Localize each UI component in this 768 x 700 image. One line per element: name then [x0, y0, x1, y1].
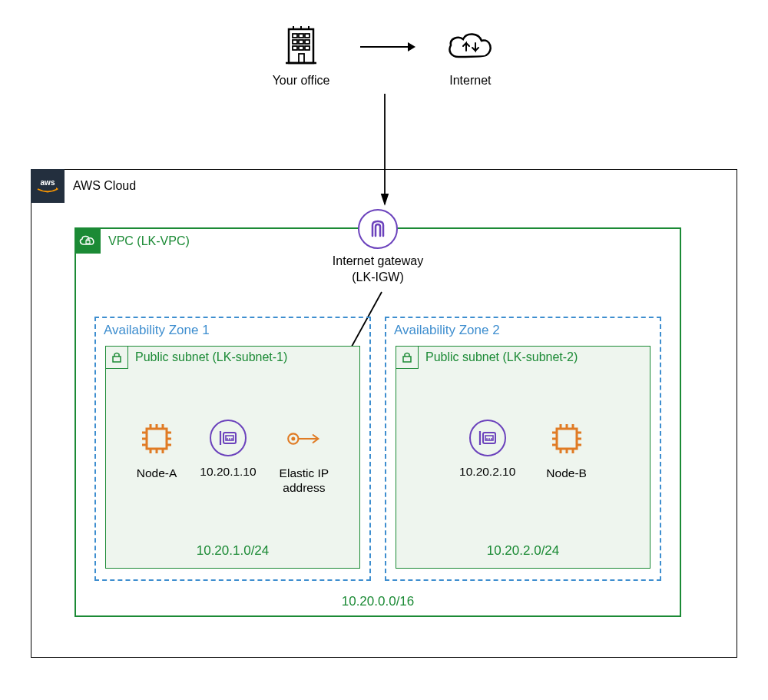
internet-gateway-label: Internet gateway (LK-IGW) — [333, 254, 423, 286]
node-b-label: Node-B — [546, 466, 587, 480]
subnet-lock-icon — [396, 346, 419, 369]
internet-gateway-icon — [358, 209, 398, 249]
elastic-ip-label: Elastic IP address — [280, 466, 329, 496]
subnet-2-title: Public subnet (LK-subnet-2) — [425, 350, 578, 364]
svg-rect-13 — [305, 46, 310, 50]
igw-label-line2: (LK-IGW) — [352, 270, 404, 284]
aws-cloud-title: AWS Cloud — [73, 179, 136, 193]
svg-rect-47 — [557, 429, 577, 449]
subnet-1-title: Public subnet (LK-subnet-1) — [135, 350, 287, 364]
subnet-2-box: Public subnet (LK-subnet-2) 10.20.2.0/24 — [396, 346, 650, 569]
svg-rect-9 — [299, 40, 303, 44]
svg-rect-10 — [305, 40, 310, 44]
node-b: Node-B — [546, 420, 587, 480]
availability-zone-1: Availability Zone 1 Public subnet (LK-su… — [94, 317, 371, 581]
vpc-box: VPC (LK-VPC) 10.20.0.0/16 Internet gatew… — [74, 227, 681, 617]
eni-icon — [210, 420, 247, 456]
top-row: Your office Internet — [0, 25, 768, 88]
elastic-ip-icon — [285, 420, 323, 458]
cloud-internet-icon — [445, 25, 495, 68]
vpc-title: VPC (LK-VPC) — [108, 234, 190, 248]
svg-text:aws: aws — [41, 178, 55, 187]
svg-rect-6 — [299, 34, 303, 38]
internet-label: Internet — [449, 74, 491, 88]
svg-rect-5 — [293, 34, 297, 38]
office-item: Your office — [273, 25, 330, 88]
igw-label-line1: Internet gateway — [333, 254, 423, 267]
svg-rect-7 — [305, 34, 310, 38]
office-label: Your office — [273, 74, 330, 88]
eni-2: 10.20.2.10 — [459, 420, 515, 480]
subnet-1-resources: Node-A — [106, 420, 359, 496]
svg-rect-20 — [147, 429, 167, 449]
ec2-instance-icon — [548, 420, 586, 458]
internet-item: Internet — [445, 25, 495, 88]
subnet-lock-icon — [105, 346, 128, 369]
arrow-right-icon — [360, 46, 414, 48]
svg-rect-18 — [86, 241, 90, 244]
subnet-1-box: Public subnet (LK-subnet-1) 10.20.1.0/24 — [105, 346, 360, 569]
availability-zone-2: Availability Zone 2 Public subnet (LK-su… — [385, 317, 661, 581]
subnet-2-cidr: 10.20.2.0/24 — [396, 543, 650, 559]
node-a: Node-A — [137, 420, 177, 496]
az1-title: Availability Zone 1 — [104, 323, 210, 338]
svg-point-39 — [291, 437, 295, 441]
eni-icon — [469, 420, 506, 456]
svg-rect-11 — [293, 46, 297, 50]
eni-1-label: 10.20.1.10 — [200, 464, 256, 479]
node-a-label: Node-A — [137, 466, 177, 480]
elastic-ip: Elastic IP address — [280, 420, 329, 496]
eni-1: 10.20.1.10 — [200, 420, 256, 496]
vpc-cloud-icon — [74, 227, 101, 254]
aws-logo-icon: aws — [31, 169, 65, 203]
ec2-instance-icon — [137, 420, 176, 458]
svg-rect-41 — [403, 357, 411, 362]
office-building-icon — [284, 25, 318, 68]
subnet-1-cidr: 10.20.1.0/24 — [106, 543, 359, 559]
aws-cloud-box: aws AWS Cloud VPC (LK-VPC) 10.20.0.0/16 … — [31, 169, 737, 658]
svg-rect-12 — [299, 46, 303, 50]
svg-rect-19 — [113, 357, 121, 362]
svg-rect-8 — [293, 40, 297, 44]
vpc-cidr: 10.20.0.0/16 — [76, 594, 680, 609]
az2-title: Availability Zone 2 — [394, 323, 500, 338]
eni-2-label: 10.20.2.10 — [459, 464, 515, 479]
svg-rect-14 — [299, 54, 304, 63]
subnet-2-resources: 10.20.2.10 — [396, 420, 650, 480]
